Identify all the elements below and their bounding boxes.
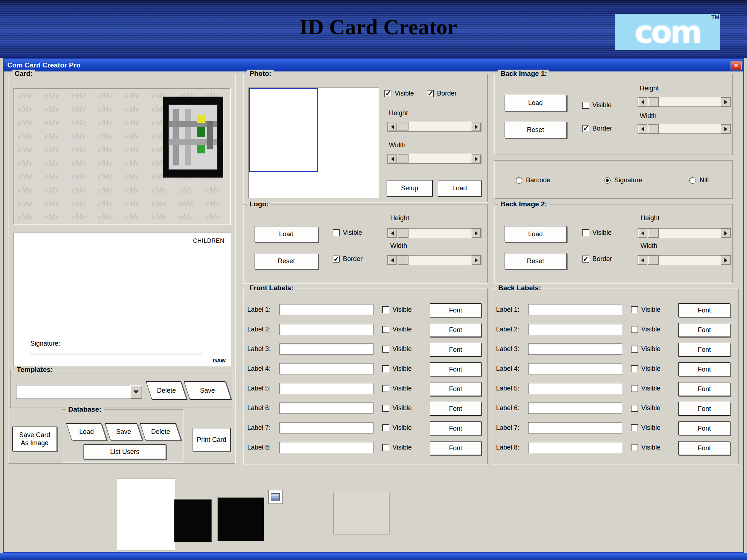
slider-thumb[interactable]	[648, 97, 659, 106]
templates-dropdown[interactable]	[16, 385, 142, 399]
label-visible-checkbox[interactable]: Visible	[631, 385, 661, 392]
photo-height-slider[interactable]	[387, 122, 481, 132]
label-input[interactable]	[279, 324, 374, 335]
checkbox-box[interactable]	[382, 306, 389, 313]
font-button[interactable]: Font	[678, 402, 730, 416]
font-button[interactable]: Font	[430, 441, 481, 455]
checkbox-box[interactable]	[382, 385, 389, 392]
checkbox-box[interactable]	[333, 229, 340, 236]
slider-left-arrow-icon[interactable]	[388, 229, 397, 238]
photo-width-slider[interactable]	[387, 154, 481, 164]
checkbox-box[interactable]	[333, 256, 340, 262]
checkbox-box[interactable]	[382, 365, 389, 372]
checkbox-box[interactable]	[582, 229, 589, 236]
font-button[interactable]: Font	[678, 343, 730, 357]
radio-nill[interactable]: Nill	[689, 176, 709, 184]
checkbox-box[interactable]	[384, 90, 391, 97]
slider-left-arrow-icon[interactable]	[638, 256, 647, 265]
checkbox-box[interactable]	[427, 90, 434, 97]
slider-left-arrow-icon[interactable]	[638, 124, 647, 133]
label-input[interactable]	[279, 363, 374, 374]
checkbox-box[interactable]	[582, 125, 589, 132]
back-image-2-load-button[interactable]: Load	[504, 226, 567, 242]
checkbox-box[interactable]	[382, 346, 389, 353]
back-image-1-visible-checkbox[interactable]: Visible	[582, 101, 612, 109]
slider-left-arrow-icon[interactable]	[388, 122, 397, 131]
font-button[interactable]: Font	[678, 421, 730, 435]
label-visible-checkbox[interactable]: Visible	[631, 424, 661, 432]
radio-circle[interactable]	[604, 177, 611, 184]
label-visible-checkbox[interactable]: Visible	[631, 444, 661, 451]
label-input[interactable]	[528, 324, 622, 335]
slider-right-arrow-icon[interactable]	[472, 122, 481, 131]
label-visible-checkbox[interactable]: Visible	[382, 326, 412, 333]
list-users-button[interactable]: List Users	[84, 444, 166, 459]
checkbox-box[interactable]	[631, 346, 638, 353]
back-image-2-visible-checkbox[interactable]: Visible	[582, 229, 612, 237]
dropdown-arrow-icon[interactable]	[130, 385, 142, 398]
back-image-1-height-slider[interactable]	[638, 97, 731, 107]
label-input[interactable]	[528, 383, 622, 394]
label-visible-checkbox[interactable]: Visible	[631, 365, 661, 373]
font-button[interactable]: Font	[678, 303, 730, 317]
slider-right-arrow-icon[interactable]	[721, 229, 731, 238]
photo-setup-button[interactable]: Setup	[387, 180, 433, 197]
label-input[interactable]	[528, 363, 622, 374]
slider-right-arrow-icon[interactable]	[721, 256, 731, 265]
checkbox-box[interactable]	[631, 424, 638, 431]
font-button[interactable]: Font	[678, 441, 730, 455]
font-button[interactable]: Font	[430, 362, 481, 376]
window-titlebar[interactable]: Com Card Creator Pro ✕	[4, 59, 743, 71]
label-visible-checkbox[interactable]: Visible	[382, 424, 412, 432]
template-delete-button[interactable]: Delete	[146, 381, 187, 400]
back-image-2-width-slider[interactable]	[638, 255, 731, 265]
print-card-button[interactable]: Print Card	[193, 428, 231, 451]
photo-load-button[interactable]: Load	[438, 180, 481, 197]
slider-left-arrow-icon[interactable]	[638, 229, 647, 238]
slider-thumb[interactable]	[648, 256, 659, 265]
font-button[interactable]: Font	[678, 382, 730, 396]
logo-height-slider[interactable]	[387, 228, 481, 238]
logo-visible-checkbox[interactable]: Visible	[333, 229, 362, 237]
back-image-1-reset-button[interactable]: Reset	[504, 122, 567, 138]
slider-right-arrow-icon[interactable]	[721, 124, 731, 133]
photo-border-checkbox[interactable]: Border	[427, 90, 457, 97]
checkbox-box[interactable]	[631, 306, 638, 313]
checkbox-box[interactable]	[631, 385, 638, 392]
label-visible-checkbox[interactable]: Visible	[382, 404, 412, 412]
font-button[interactable]: Font	[678, 323, 730, 337]
radio-circle[interactable]	[689, 177, 696, 184]
label-input[interactable]	[279, 343, 374, 355]
label-visible-checkbox[interactable]: Visible	[382, 345, 412, 353]
logo-border-checkbox[interactable]: Border	[333, 255, 363, 263]
template-save-button[interactable]: Save	[184, 381, 231, 400]
label-input[interactable]	[528, 442, 622, 453]
checkbox-box[interactable]	[631, 444, 638, 451]
checkbox-box[interactable]	[382, 424, 389, 431]
checkbox-box[interactable]	[582, 102, 589, 109]
font-button[interactable]: Font	[430, 382, 481, 396]
label-input[interactable]	[279, 422, 374, 433]
label-visible-checkbox[interactable]: Visible	[631, 306, 661, 314]
slider-right-arrow-icon[interactable]	[472, 256, 481, 265]
save-card-as-image-button[interactable]: Save Card As Image	[12, 427, 57, 451]
font-button[interactable]: Font	[430, 421, 481, 435]
slider-left-arrow-icon[interactable]	[388, 154, 397, 163]
logo-width-slider[interactable]	[387, 255, 481, 265]
font-button[interactable]: Font	[430, 402, 481, 416]
checkbox-box[interactable]	[382, 326, 389, 333]
label-visible-checkbox[interactable]: Visible	[631, 345, 661, 353]
label-input[interactable]	[528, 343, 622, 355]
label-input[interactable]	[279, 383, 374, 394]
slider-right-arrow-icon[interactable]	[721, 97, 731, 106]
label-visible-checkbox[interactable]: Visible	[382, 444, 412, 451]
checkbox-box[interactable]	[382, 444, 389, 451]
radio-signature[interactable]: Signature	[604, 176, 642, 184]
slider-left-arrow-icon[interactable]	[638, 97, 647, 106]
slider-thumb[interactable]	[648, 229, 659, 238]
checkbox-box[interactable]	[631, 365, 638, 372]
label-visible-checkbox[interactable]: Visible	[382, 306, 412, 314]
back-image-1-width-slider[interactable]	[638, 124, 731, 134]
radio-barcode[interactable]: Barcode	[516, 176, 550, 184]
label-input[interactable]	[279, 402, 374, 414]
